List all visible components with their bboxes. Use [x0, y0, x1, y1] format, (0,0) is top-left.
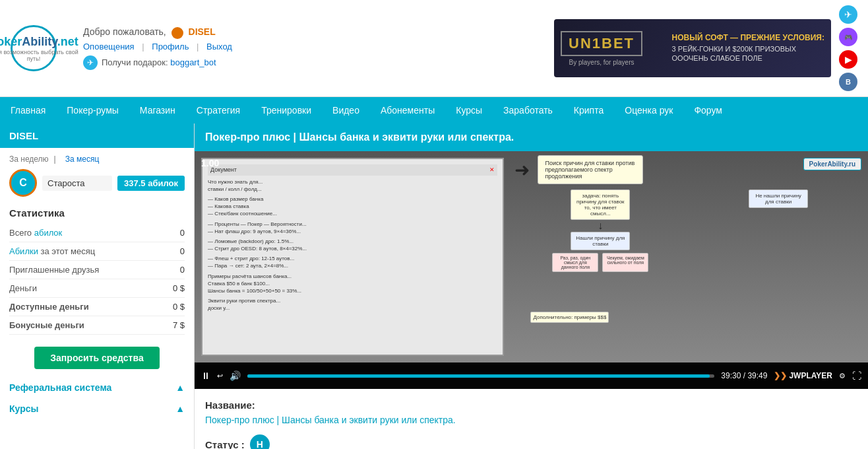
nav-home[interactable]: Главная	[0, 97, 56, 123]
header-center: Добро пожаловать, DISEL Оповещения | Про…	[70, 26, 554, 69]
field-name-label: Название:	[205, 399, 857, 411]
youtube-icon[interactable]: ▶	[839, 50, 857, 69]
flow-box-cause: задача: понять причину для ставок то, чт…	[571, 190, 630, 220]
referral-title[interactable]: Реферальная система ▲	[9, 382, 185, 393]
advertisement-banner[interactable]: UN1BET By players, for players НОВЫЙ СОФ…	[554, 19, 831, 77]
video-right-area: ➜ Поиск причин для ставки против предпол…	[511, 151, 868, 363]
nav-shop[interactable]: Магазин	[129, 97, 186, 123]
flow-box-no: Чекуем, ожидаем сильного от поля	[602, 253, 648, 272]
logo-subtitle: Твоя возможность выбрать свой путь!	[0, 49, 78, 62]
request-funds-area: Запросить средства	[0, 347, 194, 369]
stat-value: 0	[180, 228, 185, 238]
stat-label: Абилки за этот месяц	[9, 246, 95, 256]
jwplayer-logo: ❯❯ JWPLAYER	[774, 371, 832, 380]
stat-value: 0 $	[173, 302, 185, 312]
video-controls[interactable]: ⏸ ↩ 🔊 39:30 / 39:49 ❯❯ JWPLAYER ⚙	[195, 363, 868, 389]
nav-training[interactable]: Тренировки	[251, 97, 322, 123]
badge-label: Староста	[42, 176, 112, 191]
notifications-link[interactable]: Оповещения	[83, 42, 135, 52]
flow-box-yes: Раз, раз, один смысл для данного поля	[552, 253, 598, 272]
stat-label: Доступные деньги	[9, 302, 89, 312]
nav-rooms[interactable]: Покер-румы	[56, 97, 129, 123]
nav-subscriptions[interactable]: Абонементы	[370, 97, 445, 123]
nav-hand-eval[interactable]: Оценка рук	[614, 97, 683, 123]
stat-month-abiloks: Абилки за этот месяц 0	[9, 242, 185, 261]
nav-video[interactable]: Видео	[322, 97, 370, 123]
logout-link[interactable]: Выход	[206, 42, 232, 52]
flow-columns: задача: понять причину для ставок то, чт…	[514, 190, 864, 272]
content-body: Название: Покер-про плюс | Шансы банка и…	[195, 389, 868, 449]
flow-down-arrow: ↓	[598, 220, 603, 232]
profile-link[interactable]: Профиль	[152, 42, 189, 52]
nav-courses[interactable]: Курсы	[445, 97, 493, 123]
volume-button[interactable]: 🔊	[230, 370, 241, 381]
flow-box-no-reason: Не нашли причину для ставки	[749, 190, 808, 208]
logo-circle: PokerAbility.net Твоя возможность выбрат…	[11, 25, 57, 71]
pause-button[interactable]: ⏸	[201, 370, 210, 381]
username-display: DISEL	[189, 26, 216, 37]
unibet-logo: UN1BET	[561, 31, 642, 56]
rewind-button[interactable]: ↩	[217, 372, 223, 380]
logo-area: PokerAbility.net Твоя возможность выбрат…	[11, 25, 57, 71]
settings-button[interactable]: ⚙	[839, 372, 846, 380]
nav-strategy[interactable]: Стратегия	[186, 97, 251, 123]
courses-section: Курсы ▲	[0, 398, 194, 419]
header: PokerAbility.net Твоя возможность выбрат…	[0, 0, 868, 97]
flow-bottom-label: Дополнительно: примеры $$$	[530, 312, 609, 323]
flow-right-col: Не нашли причину для ставки	[693, 190, 864, 272]
chevron-up-icon: ▲	[175, 403, 185, 414]
logo-watermark: PokerAbility.ru	[803, 158, 861, 170]
stat-value: 7 $	[173, 320, 185, 330]
referral-section: Реферальная система ▲	[0, 377, 194, 398]
content-page-title: Покер-про плюс | Шансы банка и эквити ру…	[195, 123, 868, 151]
stat-value: 0 $	[173, 283, 185, 293]
courses-title[interactable]: Курсы ▲	[9, 403, 185, 414]
telegram-bar: Получи подарок: boggart_bot	[83, 55, 554, 70]
stats-section: Статистика Всего абилок 0 Абилки за этот…	[0, 203, 194, 339]
period-month-link[interactable]: За месяц	[65, 155, 100, 164]
arrow-right-icon: ➜	[514, 159, 530, 181]
nav-earn[interactable]: Заработать	[493, 97, 563, 123]
chevron-up-icon: ▲	[175, 382, 185, 393]
request-funds-button[interactable]: Запросить средства	[34, 347, 159, 369]
status-icon: Н	[250, 434, 270, 449]
stat-referrals: Приглашенные друзья 0	[9, 261, 185, 279]
video-container: Документ ✕ Что нужно знать для... ставки…	[195, 151, 868, 389]
telegram-social-icon[interactable]: ✈	[839, 5, 857, 24]
vk-icon[interactable]: В	[839, 73, 857, 91]
nav-forum[interactable]: Форум	[683, 97, 733, 123]
video-timestamp-overlay: 1.00	[201, 158, 219, 168]
user-badge: C Староста 337.5 абилок	[9, 169, 185, 197]
field-status-row: Статус : Н	[205, 434, 857, 449]
flow-branch: Раз, раз, один смысл для данного поля Че…	[552, 253, 648, 272]
main-nav: Главная Покер-румы Магазин Стратегия Тре…	[0, 97, 868, 123]
period-week: За неделю	[9, 155, 49, 164]
stat-label: Бонусные деньги	[9, 320, 84, 330]
nav-crypto[interactable]: Крипта	[563, 97, 614, 123]
avatar: C	[9, 169, 37, 197]
ad-title: НОВЫЙ СОФТ — ПРЕЖНИЕ УСЛОВИЯ:	[672, 33, 824, 42]
stat-bonus-money: Бонусные деньги 7 $	[9, 316, 185, 335]
fullscreen-button[interactable]: ⛶	[852, 370, 861, 381]
ad-text-area: НОВЫЙ СОФТ — ПРЕЖНИЕ УСЛОВИЯ: 3 РЕЙК-ГОН…	[672, 33, 824, 63]
badge-points: 337.5 абилок	[117, 176, 185, 191]
flow-hint-box: Поиск причин для ставки против предполаг…	[538, 155, 643, 184]
telegram-text: Получи подарок:	[102, 57, 168, 67]
stat-value: 0	[180, 246, 185, 256]
stat-available-money: Доступные деньги 0 $	[9, 298, 185, 316]
twitch-icon[interactable]: 🎮	[839, 28, 857, 46]
field-name-value: Покер-про плюс | Шансы банка и эквити ру…	[205, 415, 857, 425]
stat-label: Деньги	[9, 283, 37, 293]
stat-money: Деньги 0 $	[9, 279, 185, 298]
period-tabs: За неделю | За месяц	[9, 155, 185, 164]
ad-item-1: 3 РЕЙК-ГОНКИ И $200К ПРИЗОВЫХ	[672, 45, 824, 53]
flow-left-col: задача: понять причину для ставок то, чт…	[514, 190, 686, 272]
social-icons: ✈ 🎮 ▶ В	[839, 5, 857, 91]
video-content: Документ ✕ Что нужно знать для... ставки…	[195, 151, 868, 389]
progress-bar[interactable]	[247, 374, 714, 378]
ad-item-2: ОООЧЕНЬ СЛАБОЕ ПОЛЕ	[672, 54, 824, 62]
telegram-link[interactable]: boggart_bot	[170, 57, 216, 67]
sidebar-profile: За неделю | За месяц C Староста 337.5 аб…	[0, 148, 194, 203]
stat-label: Всего абилок	[9, 228, 62, 238]
stat-total-abiloks: Всего абилок 0	[9, 224, 185, 242]
